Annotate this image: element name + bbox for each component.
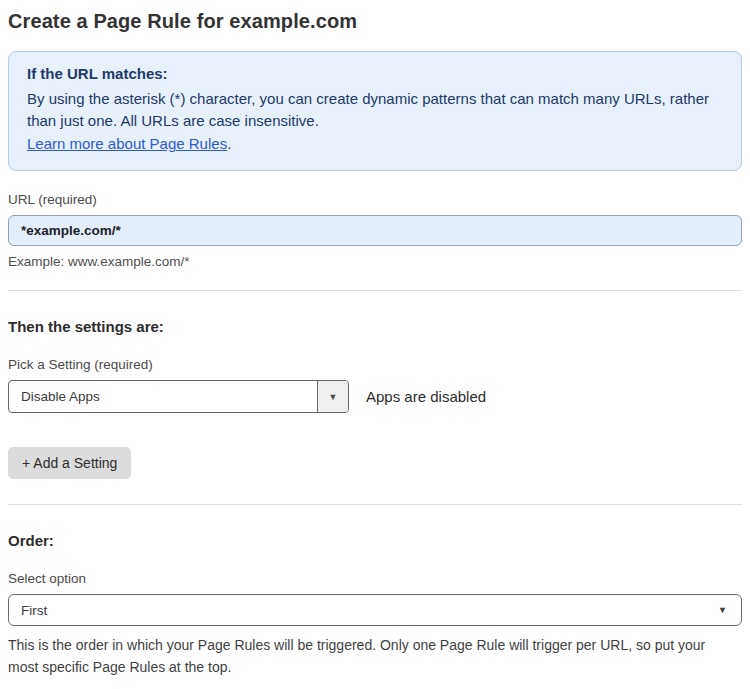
learn-more-link[interactable]: Learn more about Page Rules (27, 135, 227, 152)
info-link-period: . (227, 135, 231, 152)
order-select[interactable]: First ▼ (8, 594, 742, 626)
select-option-label: Select option (8, 571, 742, 586)
info-box-body: By using the asterisk (*) character, you… (27, 88, 717, 132)
url-field-label: URL (required) (8, 192, 742, 207)
pick-setting-label: Pick a Setting (required) (8, 357, 742, 372)
setting-row: Disable Apps ▼ Apps are disabled (8, 380, 742, 413)
page-title: Create a Page Rule for example.com (8, 10, 742, 33)
settings-section-heading: Then the settings are: (8, 318, 742, 335)
url-example-helper: Example: www.example.com/* (8, 254, 742, 269)
chevron-down-icon: ▼ (718, 605, 727, 615)
create-page-rule-form: Create a Page Rule for example.com If th… (0, 0, 750, 689)
info-box-heading: If the URL matches: (27, 65, 723, 82)
url-match-info-box: If the URL matches: By using the asteris… (8, 51, 742, 171)
divider (8, 290, 742, 291)
divider (8, 504, 742, 505)
order-section-heading: Order: (8, 532, 742, 549)
info-link-row: Learn more about Page Rules. (27, 132, 723, 156)
setting-status-text: Apps are disabled (366, 388, 486, 405)
order-select-value: First (21, 603, 47, 618)
setting-select-value: Disable Apps (9, 381, 317, 412)
setting-select[interactable]: Disable Apps ▼ (8, 380, 349, 413)
url-input[interactable] (8, 215, 742, 246)
add-setting-button[interactable]: + Add a Setting (8, 447, 131, 479)
order-helper-text: This is the order in which your Page Rul… (8, 634, 718, 678)
chevron-down-icon[interactable]: ▼ (317, 381, 348, 412)
